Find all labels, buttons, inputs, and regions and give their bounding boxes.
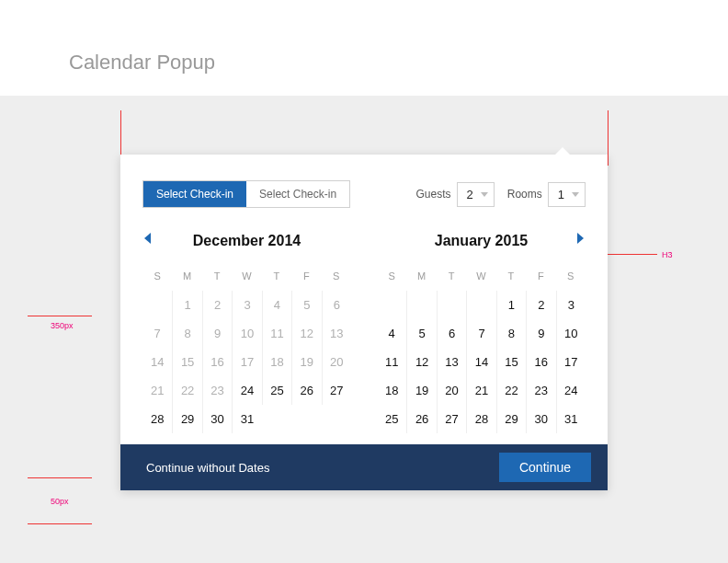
calendar-day[interactable]: 19	[406, 376, 436, 405]
page-title: Calendar Popup	[69, 51, 728, 75]
popup-pointer-icon	[554, 147, 571, 155]
month-left: December 2014 SMTWTFS1234567891011121314…	[142, 230, 351, 433]
calendar-day[interactable]: 25	[262, 376, 291, 405]
calendar-day: 16	[202, 348, 232, 376]
calendar-day: 13	[322, 319, 351, 348]
calendar-day: 3	[232, 291, 261, 319]
calendar-day: 18	[262, 348, 291, 376]
day-of-week-header: M	[172, 265, 201, 291]
day-of-week-header: T	[496, 265, 526, 291]
calendar-day[interactable]: 28	[142, 405, 172, 433]
calendar-day[interactable]: 5	[406, 319, 436, 348]
day-of-week-header: M	[406, 265, 436, 291]
calendar-day[interactable]: 14	[466, 348, 495, 376]
calendar-day[interactable]: 10	[556, 319, 586, 348]
calendar-day[interactable]: 31	[232, 405, 261, 433]
calendar-day[interactable]: 27	[322, 376, 351, 405]
guide-line	[28, 316, 92, 316]
calendar-day-empty	[437, 291, 466, 319]
calendar-day[interactable]: 17	[556, 348, 586, 376]
calendar-day[interactable]: 11	[377, 348, 406, 376]
day-of-week-header: F	[526, 265, 555, 291]
day-of-week-header: T	[437, 265, 466, 291]
month-right: January 2015 SMTWTFS12345678910111213141…	[377, 230, 586, 433]
rooms-label: Rooms	[507, 188, 542, 201]
calendar-grid-left: SMTWTFS123456789101112131415161718192021…	[142, 265, 351, 433]
guide-line	[608, 110, 609, 166]
next-month-arrow-icon[interactable]	[577, 233, 584, 244]
calendar-day: 2	[202, 291, 232, 319]
calendar-day[interactable]: 7	[466, 319, 495, 348]
calendar-day[interactable]: 28	[466, 405, 495, 433]
calendar-day: 23	[202, 376, 232, 405]
calendar-day[interactable]: 24	[232, 376, 261, 405]
calendar-day[interactable]: 30	[526, 405, 555, 433]
day-of-week-header: S	[377, 265, 406, 291]
calendar-day[interactable]: 13	[437, 348, 466, 376]
calendar-day[interactable]: 2	[526, 291, 555, 319]
rooms-select[interactable]: 1	[548, 182, 586, 207]
continue-without-dates-link[interactable]: Continue without Dates	[146, 461, 269, 475]
calendar-day[interactable]: 12	[406, 348, 436, 376]
select-checkout-tab[interactable]: Select Check-in	[246, 181, 349, 207]
caret-down-icon	[572, 192, 579, 197]
guide-label-h3: H3	[662, 250, 673, 259]
month-right-title: January 2015	[435, 233, 528, 249]
calendar-popup: Select Check-in Select Check-in Guests 2…	[120, 155, 608, 490]
calendar-day[interactable]: 15	[496, 348, 526, 376]
calendar-day: 14	[142, 348, 172, 376]
calendar-day: 5	[291, 291, 321, 319]
calendar-day-empty	[377, 291, 406, 319]
calendar-day[interactable]: 29	[172, 405, 201, 433]
calendar-day[interactable]: 18	[377, 376, 406, 405]
calendar-day[interactable]: 23	[526, 376, 555, 405]
guests-value: 2	[467, 188, 473, 201]
day-of-week-header: S	[142, 265, 172, 291]
calendar-day: 20	[322, 348, 351, 376]
calendar-day[interactable]: 29	[496, 405, 526, 433]
calendar-day[interactable]: 25	[377, 405, 406, 433]
calendar-day: 11	[262, 319, 291, 348]
guests-select[interactable]: 2	[457, 182, 495, 207]
calendar-day: 21	[142, 376, 172, 405]
day-of-week-header: T	[202, 265, 232, 291]
month-left-title: December 2014	[193, 233, 301, 249]
calendar-day[interactable]: 27	[437, 405, 466, 433]
calendar-day: 10	[232, 319, 261, 348]
calendar-grid-right: SMTWTFS123456789101112131415161718192021…	[377, 265, 586, 433]
calendar-day: 8	[172, 319, 201, 348]
calendar-day[interactable]: 6	[437, 319, 466, 348]
day-of-week-header: T	[262, 265, 291, 291]
calendar-day[interactable]: 21	[466, 376, 495, 405]
calendar-day: 1	[172, 291, 201, 319]
calendar-day[interactable]: 22	[496, 376, 526, 405]
calendar-day[interactable]: 24	[556, 376, 586, 405]
day-of-week-header: S	[556, 265, 586, 291]
calendar-day[interactable]: 9	[526, 319, 555, 348]
prev-month-arrow-icon[interactable]	[144, 233, 151, 244]
checkin-checkout-segment: Select Check-in Select Check-in	[142, 180, 350, 208]
calendar-day[interactable]: 31	[556, 405, 586, 433]
guide-line	[28, 523, 92, 524]
calendar-day[interactable]: 1	[496, 291, 526, 319]
rooms-value: 1	[558, 188, 564, 201]
continue-button[interactable]: Continue	[499, 453, 591, 482]
calendar-day[interactable]: 4	[377, 319, 406, 348]
calendar-day[interactable]: 16	[526, 348, 555, 376]
calendar-day[interactable]: 30	[202, 405, 232, 433]
calendar-day[interactable]: 26	[291, 376, 321, 405]
calendar-day[interactable]: 3	[556, 291, 586, 319]
calendar-day[interactable]: 26	[406, 405, 436, 433]
day-of-week-header: F	[291, 265, 321, 291]
guide-line	[28, 477, 92, 478]
calendar-day-empty	[142, 291, 172, 319]
calendar-day: 9	[202, 319, 232, 348]
calendar-day[interactable]: 20	[437, 376, 466, 405]
calendar-day: 7	[142, 319, 172, 348]
guide-label-350: 350px	[51, 321, 74, 330]
popup-footer: Continue without Dates Continue	[120, 444, 608, 490]
select-checkin-tab[interactable]: Select Check-in	[143, 181, 246, 207]
calendar-day[interactable]: 8	[496, 319, 526, 348]
day-of-week-header: W	[232, 265, 261, 291]
calendar-day: 17	[232, 348, 261, 376]
